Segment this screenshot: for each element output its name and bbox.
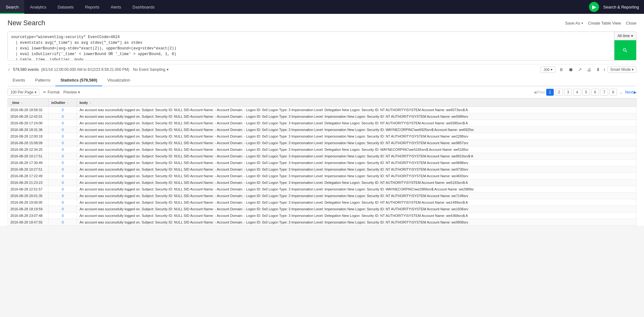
pencil-icon: ✏	[43, 90, 46, 94]
close-button[interactable]: Close	[626, 21, 636, 25]
preview-button[interactable]: Preview ▾	[63, 90, 80, 94]
cell-time: 2016-08-28 18:31:36	[8, 127, 49, 133]
cell-outlier: 0	[49, 107, 77, 113]
table-row: 2016-08-28 23:07:48 0 An account was suc…	[8, 212, 636, 219]
job-caret-icon: ▾	[551, 67, 552, 72]
table-row: 2016-08-28 22:34:25 0 An account was suc…	[8, 146, 636, 153]
cell-body: An account was successfully logged on. S…	[77, 219, 636, 226]
sampling-button[interactable]: No Event Sampling ▾	[133, 67, 169, 72]
cell-time: 2016-08-28 20:01:35	[8, 193, 49, 199]
format-button[interactable]: ✏ Format	[43, 90, 59, 94]
share-button[interactable]: ↗	[577, 66, 583, 73]
cell-body: An account was successfully logged on. S…	[77, 160, 636, 166]
nav-item-datasets[interactable]: Datasets	[52, 0, 79, 14]
cell-body: An account was successfully logged on. S…	[77, 146, 636, 153]
tab-events[interactable]: Events	[8, 75, 30, 86]
cell-body: An account was successfully logged on. S…	[77, 179, 636, 186]
cell-outlier: 0	[49, 160, 77, 166]
prev-icon: ◀	[534, 90, 536, 94]
toolbar-right: ◀ Prev 1 2 3 4 5 6 7	[534, 89, 636, 96]
content-area: New Search Save As ▾ Create Table View C…	[0, 14, 644, 226]
event-count: 579,580 events	[13, 67, 39, 72]
page-button-3[interactable]: 3	[564, 89, 572, 96]
search-icon	[622, 48, 628, 53]
cell-body: An account was successfully logged on. S…	[77, 186, 636, 193]
col-header-body[interactable]: body ↕	[77, 99, 636, 107]
cell-outlier: 0	[49, 166, 77, 173]
sort-icon-outlier: ↕	[67, 101, 69, 105]
cell-time: 2016-08-28 21:23:23	[8, 179, 49, 186]
search-button[interactable]	[614, 40, 636, 60]
cell-body: An account was successfully logged on. S…	[77, 193, 636, 199]
tab-statistics[interactable]: Statistics (579,580)	[55, 75, 102, 86]
results-table: _time ↕ isOutlier ↕ body ↕ 2016-08-28 18…	[8, 99, 636, 226]
nav-item-alerts[interactable]: Alerts	[105, 0, 127, 14]
cell-body: An account was successfully logged on. S…	[77, 153, 636, 160]
cell-time: 2016-08-28 18:19:59	[8, 206, 49, 212]
page-button-6[interactable]: 6	[591, 89, 599, 96]
time-range-picker[interactable]: All time ▾	[614, 32, 636, 40]
per-page-caret-icon: ▾	[35, 90, 36, 94]
table-header-row: _time ↕ isOutlier ↕ body ↕	[8, 99, 636, 107]
nav-item-analytics[interactable]: Analytics	[24, 0, 52, 14]
nav-items: Search Analytics Datasets Reports Alerts…	[0, 0, 160, 14]
page-button-4[interactable]: 4	[573, 89, 581, 96]
tab-patterns[interactable]: Patterns	[30, 75, 55, 86]
cell-body: An account was successfully logged on. S…	[77, 127, 636, 133]
cell-outlier: 0	[49, 193, 77, 199]
toolbar-left: 100 Per Page ▾ ✏ Format Preview ▾	[8, 89, 80, 96]
next-page-button[interactable]: Next ▶	[625, 90, 636, 94]
event-count-check: ✓ 579,580 events (8/1/16 12:00:00.000 AM…	[8, 67, 129, 72]
page-button-5[interactable]: 5	[582, 89, 590, 96]
create-table-view-button[interactable]: Create Table View	[588, 21, 621, 25]
tab-visualization[interactable]: Visualization	[102, 75, 135, 86]
col-header-time[interactable]: _time ↕	[8, 99, 49, 107]
nav-item-search[interactable]: Search	[0, 0, 24, 14]
cell-body: An account was successfully logged on. S…	[77, 107, 636, 113]
page-button-8[interactable]: 8	[609, 89, 617, 96]
search-bar-wrap: sourcetype="wineventlog:security" EventC…	[8, 31, 636, 60]
table-row: 2016-08-28 18:19:59 0 An account was suc…	[8, 206, 636, 212]
cell-body: An account was successfully logged on. S…	[77, 212, 636, 219]
smart-mode-caret-icon: ▾	[632, 67, 634, 72]
search-input[interactable]: sourcetype="wineventlog:security" EventC…	[8, 32, 614, 60]
next-icon: ▶	[634, 90, 636, 94]
pause-button[interactable]: ⏸	[558, 66, 565, 73]
job-button[interactable]: Job ▾	[541, 66, 555, 73]
cell-time: 2016-08-28 15:08:09	[8, 140, 49, 146]
per-page-button[interactable]: 100 Per Page ▾	[8, 89, 39, 96]
table-row: 2016-08-28 18:47:55 0 An account was suc…	[8, 219, 636, 226]
prev-page-button[interactable]: ◀ Prev	[534, 90, 545, 94]
cell-time: 2016-08-28 23:07:48	[8, 212, 49, 219]
page-title: New Search	[8, 19, 45, 27]
smart-mode-button[interactable]: Smart Mode ▾	[608, 66, 636, 73]
cell-body: An account was successfully logged on. S…	[77, 140, 636, 146]
cell-outlier: 0	[49, 186, 77, 193]
export-button[interactable]: ⬇	[595, 66, 601, 73]
cell-outlier: 0	[49, 113, 77, 120]
cell-time: 2016-08-28 17:24:00	[8, 120, 49, 127]
smart-mode-icon: ℹ	[604, 68, 605, 72]
cell-time: 2016-08-28 19:00:05	[8, 199, 49, 206]
table-row: 2016-08-28 18:31:36 0 An account was suc…	[8, 127, 636, 133]
page-button-7[interactable]: 7	[600, 89, 608, 96]
cell-outlier: 0	[49, 133, 77, 140]
stop-button[interactable]: ⏹	[567, 66, 574, 73]
table-row: 2016-08-28 17:30:49 0 An account was suc…	[8, 160, 636, 166]
cell-outlier: 0	[49, 179, 77, 186]
table-row: 2016-08-28 17:24:00 0 An account was suc…	[8, 120, 636, 127]
save-as-caret: ▾	[581, 21, 583, 25]
sampling-caret-icon: ▾	[167, 67, 169, 72]
nav-item-dashboards[interactable]: Dashboards	[127, 0, 160, 14]
save-as-button[interactable]: Save As ▾	[565, 21, 583, 25]
page-button-1[interactable]: 1	[546, 89, 554, 96]
cell-body: An account was successfully logged on. S…	[77, 166, 636, 173]
cell-time: 2016-08-28 10:17:51	[8, 153, 49, 160]
col-header-outlier[interactable]: isOutlier ↕	[49, 99, 77, 107]
print-button[interactable]: 🖨	[586, 66, 592, 73]
page-button-2[interactable]: 2	[555, 89, 563, 96]
cell-outlier: 0	[49, 153, 77, 160]
table-row: 2016-08-28 10:17:51 0 An account was suc…	[8, 153, 636, 160]
nav-item-reports[interactable]: Reports	[80, 0, 105, 14]
tabs-bar: Events Patterns Statistics (579,580) Vis…	[8, 75, 636, 86]
